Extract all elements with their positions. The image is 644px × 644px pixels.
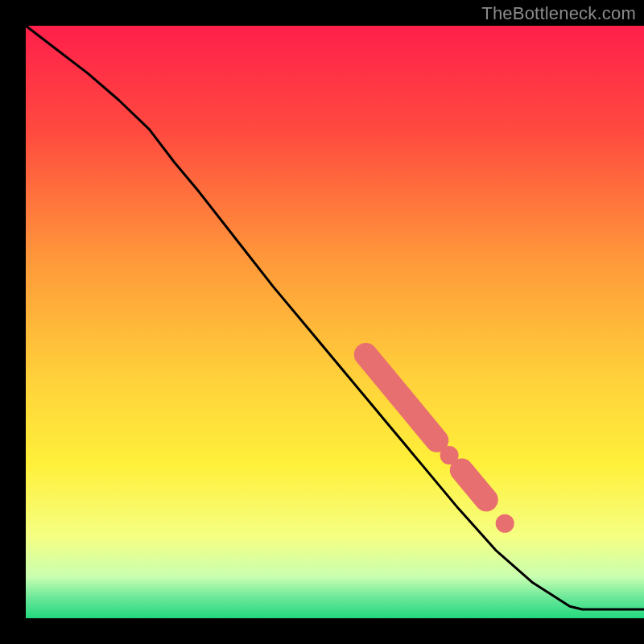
- chart-svg: [0, 0, 644, 644]
- gradient-plot-area: [26, 26, 644, 618]
- watermark-text: TheBottleneck.com: [481, 3, 636, 24]
- chart-frame: TheBottleneck.com: [0, 0, 644, 644]
- marker-dot: [496, 514, 514, 533]
